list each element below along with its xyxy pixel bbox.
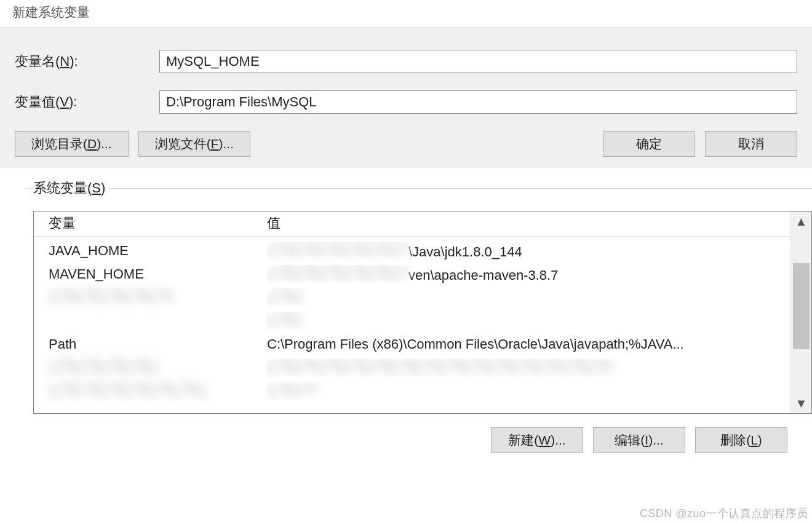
- var-value: [267, 358, 790, 377]
- label-access-key: V: [60, 94, 69, 109]
- legend-access-key: S: [92, 180, 101, 196]
- btn-text: 新建(: [508, 432, 538, 449]
- btn-access-key: D: [87, 136, 97, 151]
- scroll-up-icon[interactable]: ▲: [793, 214, 810, 229]
- variable-name-input[interactable]: [159, 50, 797, 73]
- scroll-down-icon[interactable]: ▼: [793, 396, 810, 411]
- system-variables-legend: 系统变量(S): [33, 179, 109, 197]
- list-item[interactable]: [49, 286, 790, 309]
- list-item[interactable]: [49, 379, 790, 403]
- redacted: [49, 358, 159, 373]
- list-item[interactable]: [49, 309, 790, 333]
- var-name: [49, 358, 267, 377]
- btn-text: )...: [648, 433, 664, 448]
- redacted: [267, 242, 408, 256]
- redacted: [49, 382, 209, 397]
- legend-text: ): [101, 180, 105, 196]
- list-item[interactable]: [49, 356, 790, 379]
- btn-text: )...: [551, 433, 566, 448]
- cancel-button[interactable]: 取消: [705, 131, 797, 157]
- scrollbar[interactable]: ▲ ▼: [790, 212, 811, 413]
- delete-variable-button[interactable]: 删除(L): [695, 427, 787, 453]
- redacted: [267, 265, 408, 280]
- variables-list-body: JAVA_HOME \Java\jdk1.8.0_144 MAVEN_HOME …: [34, 237, 790, 403]
- row-variable-value: 变量值(V):: [15, 90, 797, 114]
- dialog-button-row: 浏览目录(D)... 浏览文件(F)... 确定 取消: [15, 131, 797, 157]
- browse-directory-button[interactable]: 浏览目录(D)...: [15, 131, 129, 157]
- var-value: [267, 382, 790, 400]
- value-text: \Java\jdk1.8.0_144: [408, 244, 522, 259]
- btn-text: 编辑(: [615, 432, 645, 449]
- label-text: ):: [70, 53, 78, 69]
- label-access-key: N: [60, 53, 70, 69]
- btn-text: )...: [219, 136, 234, 151]
- row-variable-name: 变量名(N):: [15, 50, 797, 73]
- label-text: 变量名(: [15, 53, 60, 69]
- system-variables-fieldset: 系统变量(S) 变量 值 JAVA_HOME \Java\jdk1.8.0_14…: [25, 179, 812, 453]
- label-text: 变量值(: [15, 94, 60, 109]
- list-item[interactable]: JAVA_HOME \Java\jdk1.8.0_144: [49, 239, 790, 263]
- label-variable-value: 变量值(V):: [15, 93, 159, 111]
- var-value: [267, 312, 790, 330]
- redacted: [267, 358, 611, 373]
- redacted: [267, 382, 316, 397]
- btn-access-key: L: [750, 433, 758, 448]
- scroll-track[interactable]: [791, 229, 811, 396]
- var-name: JAVA_HOME: [49, 243, 267, 259]
- btn-access-key: W: [538, 433, 551, 448]
- var-value: \Java\jdk1.8.0_144: [267, 242, 790, 260]
- list-item[interactable]: Path C:\Program Files (x86)\Common Files…: [49, 333, 790, 356]
- var-name: [49, 288, 267, 307]
- variables-listbox[interactable]: 变量 值 JAVA_HOME \Java\jdk1.8.0_144 MAVEN_…: [33, 211, 812, 414]
- btn-text: 删除(: [720, 432, 750, 449]
- new-variable-button[interactable]: 新建(W)...: [491, 427, 583, 453]
- scroll-thumb[interactable]: [793, 263, 810, 349]
- label-text: ):: [69, 94, 77, 109]
- variables-list-header: 变量 值: [34, 212, 790, 237]
- dialog-title: 新建系统变量: [0, 0, 812, 27]
- header-variable: 变量: [49, 214, 267, 232]
- btn-access-key: F: [211, 136, 219, 151]
- variables-list-content: 变量 值 JAVA_HOME \Java\jdk1.8.0_144 MAVEN_…: [34, 212, 790, 413]
- variable-value-input[interactable]: [159, 90, 797, 114]
- list-item[interactable]: MAVEN_HOME ven\apache-maven-3.8.7: [49, 263, 790, 286]
- sysvars-button-row: 新建(W)... 编辑(I)... 删除(L): [25, 414, 812, 453]
- btn-text: )...: [97, 136, 112, 151]
- legend-text: 系统变量(: [33, 180, 92, 196]
- redacted: [267, 288, 304, 303]
- value-text: ven\apache-maven-3.8.7: [408, 267, 558, 283]
- label-variable-name: 变量名(N):: [15, 52, 159, 71]
- redacted: [267, 312, 304, 326]
- var-value: ven\apache-maven-3.8.7: [267, 265, 790, 283]
- var-value: [267, 288, 790, 307]
- system-variables-section: 系统变量(S) 变量 值 JAVA_HOME \Java\jdk1.8.0_14…: [0, 168, 812, 453]
- btn-text: 浏览文件(: [155, 135, 211, 152]
- ok-button[interactable]: 确定: [603, 131, 695, 157]
- header-value: 值: [267, 214, 790, 232]
- new-variable-panel: 变量名(N): 变量值(V): 浏览目录(D)... 浏览文件(F)... 确定…: [0, 27, 812, 168]
- var-name: Path: [49, 336, 267, 352]
- btn-text: ): [758, 433, 762, 448]
- browse-file-button[interactable]: 浏览文件(F)...: [138, 131, 250, 157]
- edit-variable-button[interactable]: 编辑(I)...: [593, 427, 685, 453]
- var-name: [49, 382, 267, 400]
- btn-text: 浏览目录(: [31, 135, 87, 152]
- var-name: MAVEN_HOME: [49, 266, 267, 282]
- watermark: CSDN @zuo一个认真点的程序员: [640, 506, 808, 521]
- redacted: [49, 288, 172, 303]
- var-value: C:\Program Files (x86)\Common Files\Orac…: [267, 336, 790, 352]
